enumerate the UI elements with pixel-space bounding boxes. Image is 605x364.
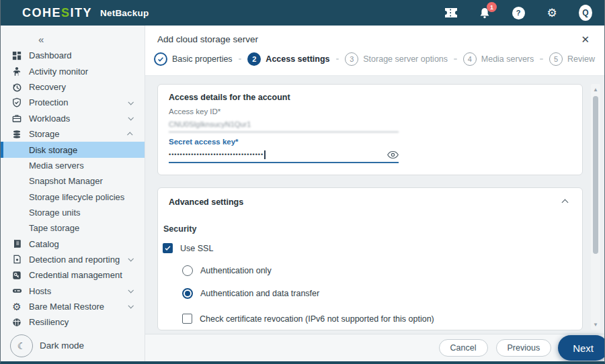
sidebar-item-label: Tape storage	[29, 223, 79, 233]
step-connector	[336, 58, 339, 60]
sidebar-item-protection[interactable]: Protection	[1, 95, 145, 110]
sidebar-item-storage-lifecycle-policies[interactable]: Storage lifecycle policies	[1, 189, 145, 204]
chevron-down-icon	[128, 256, 133, 261]
moon-icon: ☾	[10, 334, 33, 357]
step-media-servers[interactable]: 4 Media servers	[463, 52, 534, 66]
user-avatar[interactable]: Q	[579, 6, 592, 19]
protection-shield-icon	[11, 97, 22, 108]
wizard-stepper: Basic properties 2 Access settings 3 Sto…	[145, 44, 604, 75]
sidebar-item-label: Detection and reporting	[29, 255, 120, 265]
cancel-button[interactable]: Cancel	[439, 339, 488, 357]
bare-metal-gear-icon: ⚙	[11, 301, 22, 312]
sidebar-item-activity-monitor[interactable]: Activity monitor	[1, 64, 145, 79]
show-password-eye-icon[interactable]	[387, 150, 399, 159]
secret-access-key-input[interactable]: ••••••••••••••••••••••••••••••••••	[169, 150, 399, 163]
logo-text-tail: ITY	[71, 6, 93, 20]
sidebar-item-snapshot-manager[interactable]: Snapshot Manager	[1, 173, 145, 189]
sidebar-item-label: Recovery	[29, 82, 66, 92]
sidebar-item-storage-units[interactable]: Storage units	[1, 205, 145, 220]
sidebar-item-credential-management[interactable]: Credential management	[1, 267, 145, 283]
sidebar-nav: « Dashboard Activity monitor Recovery Pr…	[1, 26, 145, 361]
sidebar-item-label: Hosts	[29, 286, 51, 296]
sidebar-item-label: Resiliency	[29, 317, 69, 327]
logo-green-s: S	[61, 6, 71, 20]
sidebar-item-label: Dashboard	[29, 50, 72, 60]
use-ssl-label: Use SSL	[180, 244, 213, 253]
authentication-only-radio[interactable]	[182, 265, 193, 276]
sidebar-item-label: Snapshot Manager	[29, 176, 103, 186]
help-icon[interactable]: ?	[512, 6, 525, 19]
access-key-id-label: Access key ID*	[169, 107, 399, 116]
sidebar-item-label: Media servers	[29, 161, 84, 171]
chevron-up-icon	[127, 132, 132, 137]
sidebar-item-label: Workloads	[29, 113, 70, 124]
sidebar-item-recovery[interactable]: Recovery	[1, 79, 145, 95]
close-icon[interactable]: ✕	[581, 34, 590, 44]
chevron-down-icon	[128, 99, 133, 105]
secret-access-key-label: Secret access key*	[169, 138, 399, 146]
wizard-footer: Cancel Previous Next	[145, 334, 604, 361]
advanced-settings-card: Advanced settings Security Use SSL Authe…	[157, 187, 583, 330]
workloads-briefcase-icon	[11, 113, 22, 124]
sidebar-item-tape-storage[interactable]: Tape storage	[1, 220, 145, 236]
scroll-down-arrow-icon[interactable]: ▼	[591, 320, 600, 328]
authentication-and-data-transfer-radio[interactable]	[182, 288, 193, 299]
sidebar-item-disk-storage[interactable]: Disk storage	[1, 142, 145, 157]
dark-mode-toggle[interactable]: ☾ Dark mode	[1, 330, 145, 361]
wizard-content: Access details for the account Access ke…	[145, 76, 604, 334]
sidebar-item-media-servers[interactable]: Media servers	[1, 158, 145, 173]
security-section-label: Security	[163, 224, 571, 234]
sidebar-item-storage[interactable]: Storage	[1, 126, 145, 142]
access-details-heading: Access details for the account	[169, 93, 571, 102]
notification-badge: 1	[487, 2, 497, 12]
sidebar-item-workloads[interactable]: Workloads	[1, 111, 145, 126]
sidebar-item-detection-and-reporting[interactable]: Detection and reporting	[1, 252, 145, 267]
sidebar-item-catalog[interactable]: Catalog	[1, 236, 145, 251]
step-number: 4	[463, 52, 477, 66]
access-details-card: Access details for the account Access ke…	[157, 84, 583, 175]
settings-gear-icon[interactable]: ⚙	[545, 6, 559, 19]
sidebar-item-label: Bare Metal Restore	[29, 302, 104, 312]
resiliency-icon	[11, 317, 22, 328]
use-ssl-checkbox[interactable]	[163, 243, 173, 253]
use-ssl-row: Use SSL	[163, 243, 571, 253]
collapse-chevrons-icon: «	[38, 34, 44, 45]
sidebar-item-resiliency[interactable]: Resiliency	[1, 314, 145, 330]
authentication-and-data-transfer-row: Authentication and data transfer	[182, 288, 571, 299]
credential-key-icon	[11, 270, 22, 281]
step-access-settings[interactable]: 2 Access settings	[247, 52, 329, 66]
previous-button[interactable]: Previous	[496, 339, 552, 357]
scrollbar-thumb[interactable]	[593, 96, 598, 254]
report-document-icon	[11, 254, 22, 265]
notifications-bell-icon[interactable]: 1	[478, 6, 491, 19]
step-storage-server-options[interactable]: 3 Storage server options	[345, 52, 448, 66]
catalog-book-icon	[11, 238, 22, 249]
chevron-down-icon	[128, 287, 133, 293]
sidebar-item-label: Disk storage	[29, 145, 77, 155]
logo-text: COHE	[22, 6, 61, 20]
cohesity-logo: COHESITY	[22, 6, 92, 20]
chevron-down-icon	[128, 115, 133, 120]
sidebar-item-label: Storage lifecycle policies	[29, 192, 124, 202]
step-basic-properties[interactable]: Basic properties	[154, 52, 233, 66]
scroll-up-arrow-icon[interactable]: ▲	[591, 85, 600, 93]
sidebar-item-hosts[interactable]: Hosts	[1, 283, 145, 298]
check-certificate-revocation-row: Check certificate revocation (IPv6 not s…	[182, 314, 571, 324]
check-certificate-revocation-checkbox[interactable]	[182, 314, 192, 324]
step-review[interactable]: 5 Review	[549, 52, 595, 66]
step-number: 3	[345, 52, 358, 66]
vertical-scrollbar[interactable]: ▲ ▼	[591, 84, 600, 330]
next-button[interactable]: Next	[558, 335, 605, 361]
collapse-chevron-up-icon[interactable]	[562, 199, 569, 206]
step-number: 2	[247, 52, 261, 66]
sidebar-item-label: Storage	[29, 129, 60, 139]
check-certificate-revocation-label: Check certificate revocation (IPv6 not s…	[200, 314, 434, 324]
sidebar-collapse-button[interactable]: «	[1, 31, 145, 48]
license-ticket-icon[interactable]	[444, 6, 458, 19]
sidebar-item-bare-metal-restore[interactable]: ⚙ Bare Metal Restore	[1, 299, 145, 314]
authentication-only-row: Authentication only	[182, 265, 571, 276]
step-check-icon	[154, 52, 167, 66]
access-key-id-input[interactable]: CNU0SIgIknsucyN1Qur1	[169, 120, 399, 132]
sidebar-item-dashboard[interactable]: Dashboard	[1, 48, 145, 63]
main-panel: Add cloud storage server ✕ Basic propert…	[145, 26, 604, 361]
